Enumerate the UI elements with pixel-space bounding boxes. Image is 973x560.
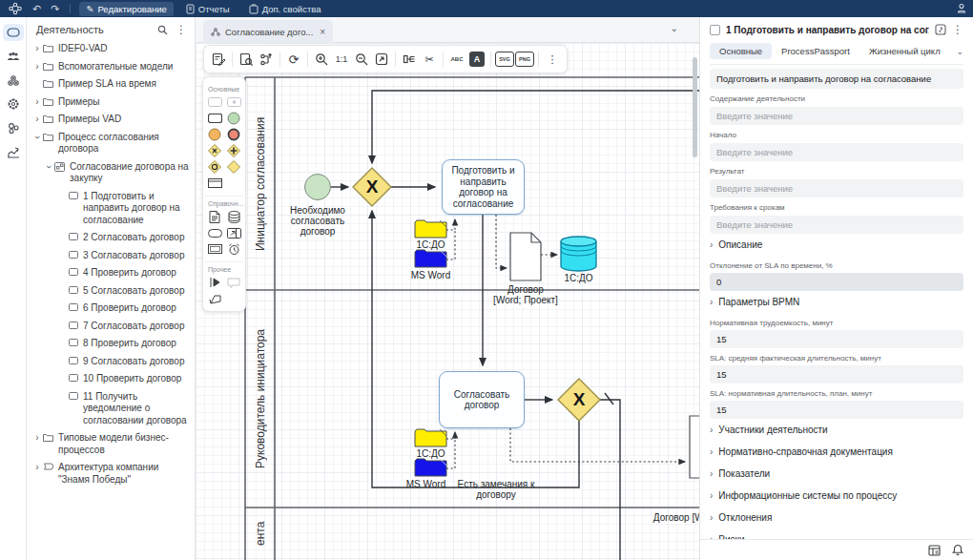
canvas-vertical-scrollbar[interactable] bbox=[693, 57, 697, 157]
tab-main[interactable]: Основные bbox=[710, 43, 772, 59]
start-event[interactable] bbox=[304, 174, 331, 200]
chevron-right-icon[interactable]: › bbox=[32, 43, 42, 54]
rail-orgstructure-button[interactable] bbox=[3, 48, 24, 65]
edit-mode-button[interactable]: ✎ Редактирование bbox=[79, 2, 173, 16]
tab-lifecycle[interactable]: Жизненный цикл bbox=[859, 43, 950, 59]
chevron-down-icon[interactable]: › bbox=[43, 162, 54, 172]
extra-properties-button[interactable]: Доп. свойства bbox=[242, 2, 328, 16]
cut-icon[interactable]: ✂ bbox=[420, 50, 439, 69]
redo-icon[interactable]: ↷ bbox=[49, 4, 61, 14]
tree-item[interactable]: 4 Проверить договор bbox=[27, 264, 195, 282]
tree-item[interactable]: 8 Проверить договор bbox=[27, 335, 195, 353]
palette-database-icon[interactable] bbox=[226, 210, 241, 223]
lane-label-manager[interactable]: Руководитель инициатора bbox=[246, 290, 275, 508]
section-participants[interactable]: › Участники деятельности bbox=[710, 419, 963, 441]
tree-item[interactable]: 1 Подготовить и направить договор на сог… bbox=[27, 188, 195, 230]
document-shape-2[interactable] bbox=[690, 416, 699, 478]
export-png-button[interactable]: PNG bbox=[515, 50, 534, 69]
palette-term-icon[interactable] bbox=[207, 226, 222, 239]
palette-annotation-icon[interactable] bbox=[226, 276, 241, 289]
calc-table-icon[interactable] bbox=[928, 545, 941, 556]
select-checkbox[interactable] bbox=[710, 25, 720, 35]
field-input-start[interactable] bbox=[710, 143, 963, 161]
outline-icon[interactable] bbox=[400, 50, 419, 69]
tree-item[interactable]: 7 Согласовать договор bbox=[27, 318, 195, 336]
chevron-right-icon[interactable]: › bbox=[32, 462, 42, 473]
tree-item[interactable]: 2 Согласовать договор bbox=[27, 229, 195, 247]
folder-1cdo-shape[interactable] bbox=[415, 220, 446, 238]
toolbar-kebab-icon[interactable]: ⋮ bbox=[543, 50, 562, 69]
section-indicators[interactable]: › Показатели bbox=[710, 463, 963, 485]
tree-item[interactable]: 5 Согласовать договор bbox=[27, 282, 195, 301]
section-info-systems[interactable]: › Информационные системы по процессу bbox=[710, 485, 963, 507]
tree-item[interactable]: › IDEF0-VAD bbox=[27, 40, 195, 58]
reports-button[interactable]: Отчеты bbox=[179, 2, 237, 16]
normative-effort-value[interactable]: 15 bbox=[710, 330, 963, 348]
expand-panel-icon[interactable] bbox=[935, 24, 946, 35]
zoom-100-button[interactable]: 1:1 bbox=[332, 50, 351, 69]
palette-screen-icon[interactable] bbox=[226, 226, 241, 239]
text-labels-icon[interactable]: ABC bbox=[447, 50, 466, 69]
palette-lane-icon[interactable] bbox=[207, 176, 222, 190]
rail-objects-button[interactable] bbox=[3, 119, 24, 136]
rail-roles-button[interactable] bbox=[3, 72, 24, 89]
folder-msword-shape[interactable] bbox=[415, 250, 446, 267]
palette-object-icon[interactable] bbox=[207, 242, 222, 256]
field-input-deadlines[interactable] bbox=[710, 216, 963, 234]
document-shape-1[interactable] bbox=[510, 233, 541, 280]
section-reference-docs[interactable]: › Нормативно-справочная документация bbox=[710, 441, 963, 463]
chevron-down-icon[interactable]: › bbox=[31, 133, 43, 142]
tree-item[interactable]: › Примеры VAD bbox=[27, 111, 195, 129]
tree-item[interactable]: › Процесс согласования договора bbox=[27, 129, 195, 158]
gateway-x-label[interactable]: X bbox=[563, 385, 595, 414]
palette-gateway-parallel-icon[interactable] bbox=[226, 144, 241, 157]
folder-msword-shape-2[interactable] bbox=[415, 459, 446, 476]
palette-task-icon[interactable] bbox=[207, 112, 222, 125]
sla-actual-duration-value[interactable]: 15 bbox=[710, 365, 963, 384]
chevron-right-icon[interactable]: › bbox=[32, 114, 42, 125]
refresh-icon[interactable]: ⟳ bbox=[284, 50, 303, 69]
font-style-button[interactable]: A bbox=[467, 50, 486, 69]
sla-plan-duration-value[interactable]: 15 bbox=[710, 401, 963, 419]
chevron-right-icon[interactable]: › bbox=[32, 96, 42, 108]
tree-item[interactable]: 6 Проверить договор bbox=[27, 300, 195, 318]
name-value-field[interactable]: Подготовить и направить договор на согла… bbox=[710, 69, 963, 89]
tree-item[interactable]: Пример SLA на время bbox=[27, 75, 195, 93]
close-icon[interactable]: × bbox=[320, 27, 325, 37]
section-deviations[interactable]: › Отклонения bbox=[710, 507, 963, 529]
tree-item[interactable]: 9 Согласовать договор bbox=[27, 353, 195, 371]
lane-label-partial[interactable]: ента bbox=[246, 508, 275, 560]
palette-gateway-plain-icon[interactable] bbox=[226, 160, 241, 174]
palette-offpage-icon[interactable] bbox=[207, 292, 222, 305]
tabs-chevron-icon[interactable]: ⌄ bbox=[956, 47, 963, 56]
rail-processes-button[interactable] bbox=[3, 24, 24, 41]
palette-end-event-icon[interactable] bbox=[226, 128, 241, 141]
field-input-result[interactable] bbox=[710, 179, 963, 197]
diagram-canvas[interactable]: Инициатор согласования Руководитель иниц… bbox=[196, 43, 699, 560]
section-bpmn-params[interactable]: › Параметры BPMN bbox=[710, 291, 963, 313]
folder-1cdo-shape-2[interactable] bbox=[415, 429, 446, 446]
tab-diagram[interactable]: Согласование дого... × bbox=[203, 20, 333, 43]
tree-item[interactable]: 3 Согласовать договор bbox=[27, 247, 195, 265]
bell-icon[interactable] bbox=[952, 544, 963, 556]
tab-processpassport[interactable]: ProcessPassport bbox=[772, 43, 859, 59]
lane-label-initiator[interactable]: Инициатор согласования bbox=[246, 77, 275, 290]
fit-to-screen-icon[interactable] bbox=[372, 50, 391, 69]
palette-pool-v-icon[interactable] bbox=[226, 95, 241, 109]
chevron-right-icon[interactable]: › bbox=[32, 432, 42, 444]
app-logo-icon[interactable] bbox=[6, 2, 25, 15]
edit-form-icon[interactable] bbox=[209, 50, 228, 69]
tree-item[interactable]: › Примеры bbox=[27, 93, 195, 112]
hierarchy-icon[interactable] bbox=[257, 50, 276, 69]
search-form-icon[interactable] bbox=[237, 50, 256, 69]
panel-kebab-icon[interactable]: ⋮ bbox=[952, 23, 963, 36]
search-icon[interactable] bbox=[157, 25, 168, 35]
rail-systems-button[interactable] bbox=[3, 95, 24, 113]
tree-item[interactable]: › Типовые модели бизнес-процессов bbox=[27, 429, 195, 459]
palette-timer-icon[interactable] bbox=[226, 242, 241, 256]
palette-gateway-exclusive-icon[interactable] bbox=[207, 144, 222, 157]
palette-intermediate-event-icon[interactable] bbox=[207, 128, 222, 141]
tree-item[interactable]: › Согласование договора на закупку bbox=[27, 158, 195, 188]
palette-start-event-icon[interactable] bbox=[226, 112, 241, 125]
zoom-in-icon[interactable] bbox=[312, 50, 331, 69]
